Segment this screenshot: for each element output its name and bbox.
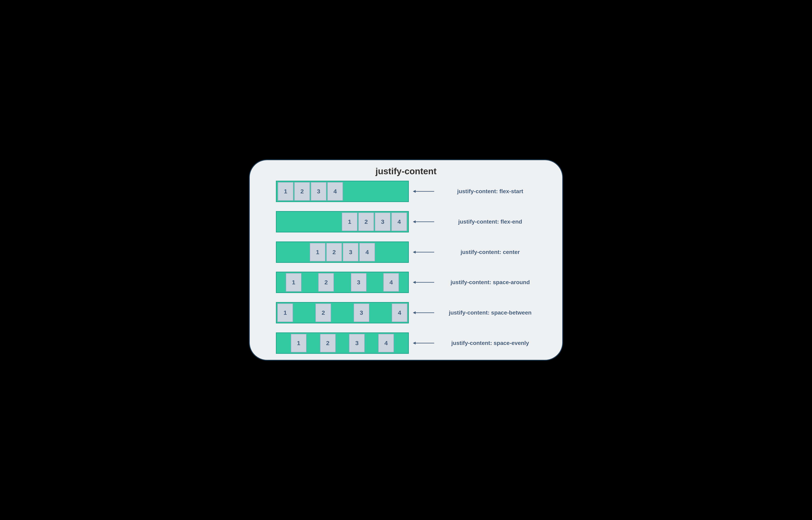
arrow-left-icon xyxy=(413,250,435,255)
diagram-card: justify-content 1 2 3 4 justify-content:… xyxy=(249,159,563,361)
flex-container-space-between: 1 2 3 4 xyxy=(276,302,409,323)
flex-item: 4 xyxy=(378,334,394,353)
example-label: justify-content: space-evenly xyxy=(451,340,529,346)
example-label: justify-content: center xyxy=(461,249,520,255)
flex-item: 2 xyxy=(294,182,310,201)
arrow-left-icon xyxy=(413,219,435,224)
example-label: justify-content: flex-end xyxy=(458,218,522,225)
example-label-area: justify-content: space-around xyxy=(438,279,542,286)
flex-item: 2 xyxy=(315,304,331,322)
svg-marker-9 xyxy=(413,311,416,314)
flex-item: 3 xyxy=(311,182,326,201)
svg-marker-7 xyxy=(413,281,416,284)
example-row: 1 2 3 4 justify-content: flex-start xyxy=(276,181,542,202)
flex-item: 3 xyxy=(354,304,369,322)
svg-marker-1 xyxy=(413,190,416,193)
example-label-area: justify-content: space-evenly xyxy=(438,340,542,346)
example-row: 1 2 3 4 justify-content: space-around xyxy=(276,272,542,293)
example-row: 1 2 3 4 justify-content: space-between xyxy=(276,302,542,323)
flex-container-flex-start: 1 2 3 4 xyxy=(276,181,409,202)
flex-item: 4 xyxy=(359,243,375,261)
flex-item: 1 xyxy=(277,304,293,322)
example-row: 1 2 3 4 justify-content: space-evenly xyxy=(276,333,542,354)
flex-item: 4 xyxy=(383,273,399,292)
flex-item: 1 xyxy=(278,182,293,201)
example-label-area: justify-content: flex-start xyxy=(438,188,542,194)
arrow-left-icon xyxy=(413,341,435,345)
example-label-area: justify-content: space-between xyxy=(438,310,542,316)
flex-item: 2 xyxy=(326,243,342,261)
flex-item: 3 xyxy=(351,273,367,292)
flex-container-space-around: 1 2 3 4 xyxy=(276,272,409,293)
flex-item: 2 xyxy=(320,334,336,353)
flex-item: 2 xyxy=(318,273,334,292)
flex-item: 1 xyxy=(291,334,306,353)
arrow-left-icon xyxy=(413,310,435,315)
arrow-left-icon xyxy=(413,189,435,194)
svg-marker-3 xyxy=(413,220,416,223)
example-row: 1 2 3 4 justify-content: center xyxy=(276,241,542,263)
flex-item: 2 xyxy=(358,212,374,231)
flex-container-center: 1 2 3 4 xyxy=(276,241,409,263)
example-label-area: justify-content: center xyxy=(438,249,542,255)
arrow-left-icon xyxy=(413,280,435,285)
flex-item: 3 xyxy=(349,334,365,353)
flex-container-flex-end: 1 2 3 4 xyxy=(276,211,409,232)
example-label: justify-content: space-between xyxy=(449,310,532,316)
flex-item: 1 xyxy=(286,273,301,292)
flex-item: 4 xyxy=(327,182,343,201)
example-row: 1 2 3 4 justify-content: flex-end xyxy=(276,211,542,232)
flex-container-space-evenly: 1 2 3 4 xyxy=(276,333,409,354)
svg-marker-11 xyxy=(413,342,416,344)
diagram-title: justify-content xyxy=(258,166,554,176)
flex-item: 3 xyxy=(375,212,391,231)
flex-item: 1 xyxy=(310,243,325,261)
flex-item: 4 xyxy=(391,212,407,231)
flex-item: 3 xyxy=(343,243,359,261)
example-label: justify-content: space-around xyxy=(450,279,530,285)
flex-item: 4 xyxy=(392,304,408,322)
flex-item: 1 xyxy=(342,212,358,231)
example-label-area: justify-content: flex-end xyxy=(438,218,542,225)
example-label: justify-content: flex-start xyxy=(457,188,523,194)
examples-list: 1 2 3 4 justify-content: flex-start 1 2 … xyxy=(258,181,554,354)
svg-marker-5 xyxy=(413,251,416,254)
